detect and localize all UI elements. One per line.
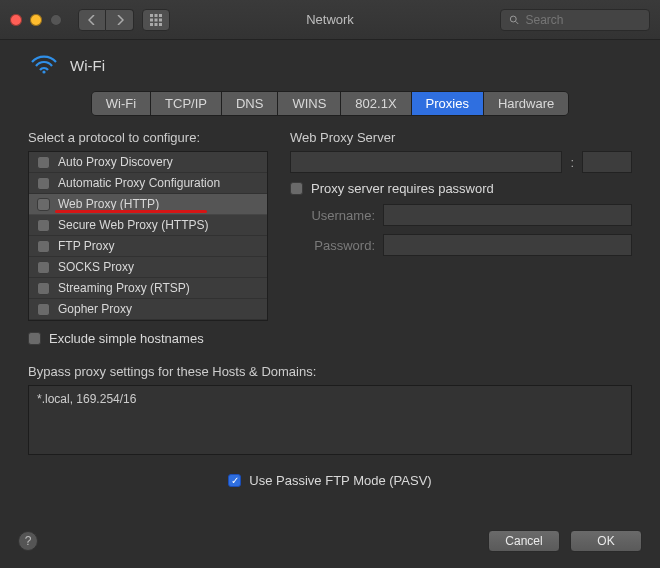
svg-rect-4 xyxy=(155,18,158,21)
pane-header: Wi-Fi xyxy=(0,40,660,81)
protocol-row[interactable]: Secure Web Proxy (HTTPS) xyxy=(29,215,267,236)
svg-rect-1 xyxy=(155,14,158,17)
tab-bar: Wi-FiTCP/IPDNSWINS802.1XProxiesHardware xyxy=(0,81,660,130)
protocol-checkbox[interactable] xyxy=(37,303,50,316)
protocol-checkbox[interactable] xyxy=(37,240,50,253)
protocol-label: Gopher Proxy xyxy=(58,302,132,316)
protocol-label: SOCKS Proxy xyxy=(58,260,134,274)
protocol-checkbox[interactable] xyxy=(37,282,50,295)
protocol-label: Auto Proxy Discovery xyxy=(58,155,173,169)
show-all-button[interactable] xyxy=(142,9,170,31)
svg-point-9 xyxy=(510,16,516,22)
tab-hardware[interactable]: Hardware xyxy=(484,92,568,115)
grid-icon xyxy=(150,14,162,26)
protocol-list[interactable]: Auto Proxy DiscoveryAutomatic Proxy Conf… xyxy=(28,151,268,321)
chevron-left-icon xyxy=(88,15,96,25)
svg-rect-2 xyxy=(159,14,162,17)
footer: ? Cancel OK xyxy=(0,518,660,568)
protocol-row[interactable]: Streaming Proxy (RTSP) xyxy=(29,278,267,299)
protocol-label: Secure Web Proxy (HTTPS) xyxy=(58,218,208,232)
protocol-checkbox[interactable] xyxy=(37,261,50,274)
bypass-label: Bypass proxy settings for these Hosts & … xyxy=(0,350,660,385)
zoom-window-icon[interactable] xyxy=(50,14,62,26)
highlight-underline xyxy=(55,210,207,213)
close-window-icon[interactable] xyxy=(10,14,22,26)
username-label: Username: xyxy=(290,208,375,223)
svg-rect-8 xyxy=(159,23,162,26)
svg-point-11 xyxy=(42,70,45,73)
main-content: Select a protocol to configure: Auto Pro… xyxy=(0,130,660,321)
protocol-checkbox[interactable] xyxy=(37,198,50,211)
protocol-row[interactable]: Web Proxy (HTTP) xyxy=(29,194,267,215)
window-controls xyxy=(10,14,62,26)
ok-button[interactable]: OK xyxy=(570,530,642,552)
passive-ftp-label: Use Passive FTP Mode (PASV) xyxy=(249,473,431,488)
protocol-label: Web Proxy (HTTP) xyxy=(58,197,159,211)
proxy-port-input[interactable] xyxy=(582,151,632,173)
bypass-textarea[interactable] xyxy=(28,385,632,455)
svg-rect-6 xyxy=(150,23,153,26)
chevron-right-icon xyxy=(116,15,124,25)
protocol-row[interactable]: Auto Proxy Discovery xyxy=(29,152,267,173)
tab-802-1x[interactable]: 802.1X xyxy=(341,92,411,115)
cancel-button[interactable]: Cancel xyxy=(488,530,560,552)
protocol-label: Streaming Proxy (RTSP) xyxy=(58,281,190,295)
svg-rect-5 xyxy=(159,18,162,21)
protocol-row[interactable]: Gopher Proxy xyxy=(29,299,267,320)
tab-tcp-ip[interactable]: TCP/IP xyxy=(151,92,222,115)
search-field[interactable] xyxy=(500,9,650,31)
protocol-checkbox[interactable] xyxy=(37,177,50,190)
minimize-window-icon[interactable] xyxy=(30,14,42,26)
password-label: Password: xyxy=(290,238,375,253)
exclude-hostnames-label: Exclude simple hostnames xyxy=(49,331,204,346)
protocol-row[interactable]: FTP Proxy xyxy=(29,236,267,257)
forward-button[interactable] xyxy=(106,9,134,31)
protocol-label: Automatic Proxy Configuration xyxy=(58,176,220,190)
requires-password-checkbox[interactable] xyxy=(290,182,303,195)
tab-wins[interactable]: WINS xyxy=(278,92,341,115)
protocol-checkbox[interactable] xyxy=(37,219,50,232)
back-button[interactable] xyxy=(78,9,106,31)
search-icon xyxy=(509,14,520,26)
svg-rect-7 xyxy=(155,23,158,26)
tab-dns[interactable]: DNS xyxy=(222,92,278,115)
titlebar: Network xyxy=(0,0,660,40)
protocol-list-label: Select a protocol to configure: xyxy=(28,130,268,145)
help-button[interactable]: ? xyxy=(18,531,38,551)
exclude-hostnames-checkbox[interactable] xyxy=(28,332,41,345)
username-input xyxy=(383,204,632,226)
host-port-separator: : xyxy=(570,155,574,170)
protocol-label: FTP Proxy xyxy=(58,239,114,253)
svg-rect-3 xyxy=(150,18,153,21)
protocol-row[interactable]: SOCKS Proxy xyxy=(29,257,267,278)
requires-password-label: Proxy server requires password xyxy=(311,181,494,196)
nav-buttons xyxy=(78,9,134,31)
protocol-row[interactable]: Automatic Proxy Configuration xyxy=(29,173,267,194)
svg-line-10 xyxy=(516,21,519,24)
password-input xyxy=(383,234,632,256)
search-input[interactable] xyxy=(526,13,642,27)
svg-rect-0 xyxy=(150,14,153,17)
protocol-checkbox[interactable] xyxy=(37,156,50,169)
proxy-server-title: Web Proxy Server xyxy=(290,130,632,145)
passive-ftp-checkbox[interactable] xyxy=(228,474,241,487)
wifi-icon xyxy=(30,54,58,77)
tab-proxies[interactable]: Proxies xyxy=(412,92,484,115)
page-title: Wi-Fi xyxy=(70,57,105,74)
tab-wi-fi[interactable]: Wi-Fi xyxy=(92,92,151,115)
proxy-host-input[interactable] xyxy=(290,151,562,173)
